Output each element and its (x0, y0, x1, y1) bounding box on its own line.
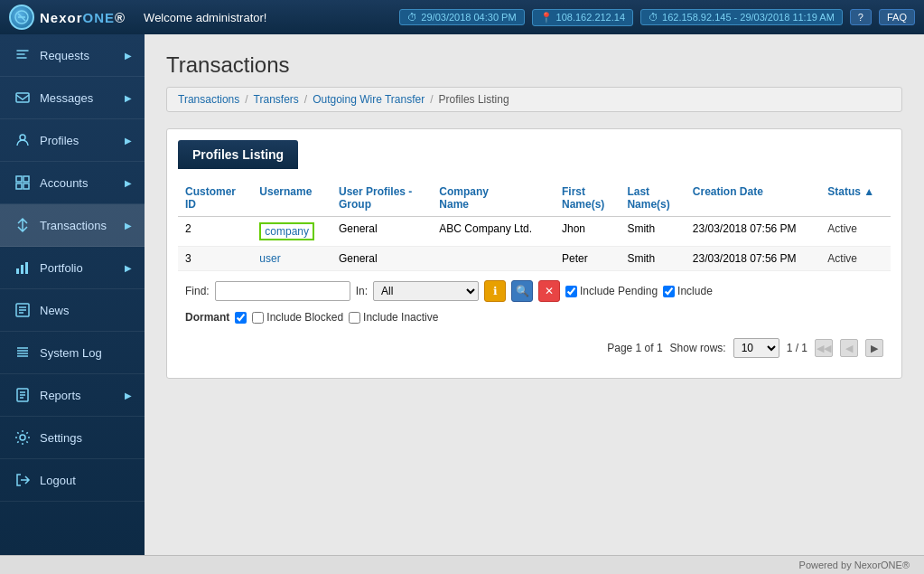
bottom-bar: Powered by NexorONE® (0, 555, 924, 574)
prev-first-button[interactable]: ◀◀ (815, 339, 833, 357)
sidebar-arrow-transactions: ▶ (125, 221, 132, 231)
breadcrumb-sep-2: / (304, 93, 307, 106)
breadcrumb-current: Profiles Listing (439, 93, 509, 106)
options-bar: Dormant Include Blocked Include Inactive (178, 307, 891, 331)
cell-company-name: ABC Company Ltd. (432, 217, 555, 247)
in-select[interactable]: All Customer ID Username Company Name Fi… (373, 281, 479, 301)
sidebar-item-transactions[interactable]: Transactions ▶ (0, 204, 145, 247)
breadcrumb-transactions[interactable]: Transactions (178, 93, 239, 106)
sidebar-item-systemlog[interactable]: System Log (0, 332, 145, 374)
sidebar-arrow-portfolio: ▶ (125, 263, 132, 273)
col-last-names[interactable]: LastName(s) (620, 180, 685, 217)
requests-icon (13, 45, 33, 65)
sidebar-item-news[interactable]: News (0, 289, 145, 332)
sidebar-label-settings: Settings (40, 431, 132, 445)
sidebar-label-messages: Messages (40, 91, 125, 105)
col-username[interactable]: Username (252, 180, 331, 217)
cell-customer-id: 3 (178, 247, 252, 271)
profiles-listing-card: Profiles Listing CustomerID Username Use… (166, 128, 902, 379)
breadcrumb: Transactions / Transfers / Outgoing Wire… (166, 87, 902, 112)
breadcrumb-transfers[interactable]: Transfers (254, 93, 299, 106)
next-button[interactable]: ▶ (865, 339, 883, 357)
sidebar-item-logout[interactable]: Logout (0, 459, 145, 502)
cell-last-name: Smith (620, 247, 685, 271)
find-input[interactable] (215, 281, 350, 301)
svg-rect-11 (25, 262, 28, 274)
info-button[interactable]: ℹ (484, 280, 506, 302)
sidebar-arrow-messages: ▶ (125, 93, 132, 103)
svg-rect-7 (16, 183, 22, 189)
find-bar: Find: In: All Customer ID Username Compa… (178, 271, 891, 307)
include-inactive-checkbox[interactable] (349, 312, 360, 324)
cell-status: Active (820, 217, 891, 247)
topbar-info: ⏱ 29/03/2018 04:30 PM 📍 108.162.212.14 ⏱… (399, 9, 915, 26)
svg-rect-8 (23, 183, 29, 189)
svg-rect-9 (16, 268, 19, 274)
cell-status: Active (820, 247, 891, 271)
cell-customer-id: 2 (178, 217, 252, 247)
sidebar-item-messages[interactable]: Messages ▶ (0, 77, 145, 119)
cell-first-name: Jhon (555, 217, 620, 247)
clear-button[interactable]: ✕ (538, 280, 560, 302)
svg-rect-3 (16, 93, 29, 102)
sidebar-arrow-profiles: ▶ (125, 136, 132, 146)
search-button[interactable]: 🔍 (511, 280, 533, 302)
sidebar-item-requests[interactable]: Requests ▶ (0, 34, 145, 77)
ip2-badge: ⏱ 162.158.92.145 - 29/03/2018 11:19 AM (640, 9, 843, 25)
cell-username: user (252, 247, 331, 271)
profiles-table: CustomerID Username User Profiles -Group… (178, 180, 891, 271)
card-body: CustomerID Username User Profiles -Group… (167, 169, 901, 378)
welcome-text: Welcome administrator! (144, 11, 266, 24)
col-user-profiles-group[interactable]: User Profiles -Group (331, 180, 432, 217)
in-label: In: (356, 285, 368, 297)
sidebar-label-transactions: Transactions (40, 219, 125, 232)
clock-icon: ⏱ (407, 12, 417, 23)
sidebar-item-profiles[interactable]: Profiles ▶ (0, 119, 145, 162)
topbar: NexorONE® Welcome administrator! ⏱ 29/03… (0, 0, 924, 34)
sidebar-item-accounts[interactable]: Accounts ▶ (0, 162, 145, 204)
col-first-names[interactable]: FirstName(s) (555, 180, 620, 217)
sidebar-item-reports[interactable]: Reports ▶ (0, 374, 145, 417)
sidebar-arrow-requests: ▶ (125, 51, 132, 61)
sidebar-item-settings[interactable]: Settings (0, 417, 145, 459)
dormant-checkbox[interactable] (235, 312, 247, 324)
rows-per-page-select[interactable]: 5 10 20 50 100 (733, 338, 779, 358)
cell-company-name (432, 247, 555, 271)
cell-creation-date: 23/03/2018 07:56 PM (686, 217, 820, 247)
portfolio-icon (13, 258, 33, 278)
cell-username: company (252, 217, 331, 247)
include-pending-label: Include Pending (565, 285, 658, 297)
username-link[interactable]: company (259, 222, 314, 240)
sidebar-item-portfolio[interactable]: Portfolio ▶ (0, 247, 145, 289)
systemlog-icon (13, 343, 33, 362)
prev-button[interactable]: ◀ (840, 339, 858, 357)
svg-rect-6 (23, 176, 29, 182)
sidebar-label-profiles: Profiles (40, 134, 125, 147)
breadcrumb-outgoing[interactable]: Outgoing Wire Transfer (313, 93, 425, 106)
logo: NexorONE® (9, 5, 126, 30)
sidebar-arrow-accounts: ▶ (125, 178, 132, 188)
datetime-text: 29/03/2018 04:30 PM (421, 12, 516, 23)
help-button[interactable]: ? (850, 9, 872, 25)
include-checkbox[interactable] (663, 286, 675, 297)
col-company-name[interactable]: CompanyName (432, 180, 555, 217)
page-info: Page 1 of 1 (607, 342, 662, 354)
content-area: Transactions Transactions / Transfers / … (145, 34, 924, 555)
col-creation-date[interactable]: Creation Date (686, 180, 820, 217)
include-blocked-checkbox[interactable] (252, 312, 264, 324)
table-row: 3 user General Peter Smith 23/03/2018 07… (178, 247, 891, 271)
logo-text: NexorONE® (40, 10, 126, 25)
faq-button[interactable]: FAQ (879, 9, 915, 25)
svg-rect-5 (16, 176, 22, 182)
breadcrumb-sep-1: / (245, 93, 247, 106)
clock2-icon: ⏱ (649, 12, 658, 23)
sidebar-label-accounts: Accounts (40, 176, 125, 190)
username-link[interactable]: user (259, 252, 280, 265)
accounts-icon (13, 173, 33, 193)
cell-creation-date: 23/03/2018 07:56 PM (686, 247, 820, 271)
sidebar-label-portfolio: Portfolio (40, 261, 125, 275)
col-customer-id[interactable]: CustomerID (178, 180, 252, 217)
col-status[interactable]: Status ▲ (820, 180, 891, 217)
breadcrumb-sep-3: / (430, 93, 433, 106)
include-pending-checkbox[interactable] (565, 286, 577, 297)
